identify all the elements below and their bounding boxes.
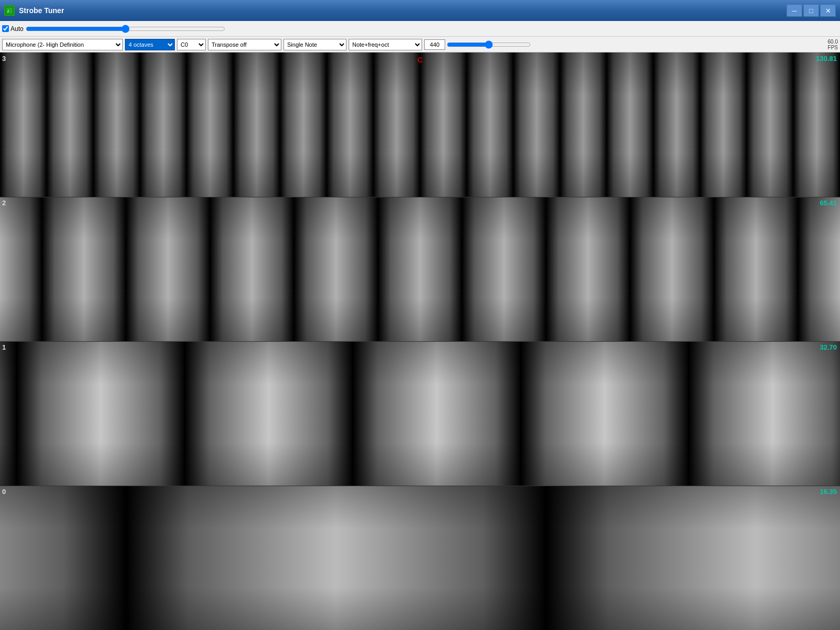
display-select[interactable]: Note+freq+oct: [349, 39, 422, 50]
auto-checkbox[interactable]: [2, 25, 9, 32]
svg-text:♪: ♪: [7, 8, 9, 14]
strobe-canvas-2: [0, 197, 840, 341]
close-button[interactable]: ✕: [820, 4, 836, 17]
freq-slider-container: 440: [424, 39, 531, 50]
band-3: 3 130.81: [0, 52, 840, 197]
transpose-select[interactable]: Transpose off: [208, 39, 281, 50]
freq-label-1: 32.70: [820, 343, 837, 351]
note-indicator: C: [417, 56, 423, 64]
sensitivity-slider[interactable]: [26, 25, 225, 33]
fps-display: 60.0 FPS: [817, 39, 838, 50]
strobe-canvas-3: [0, 52, 840, 197]
controlbar: Microphone (2- High Definition 4 octaves…: [0, 37, 840, 52]
app-icon: ♪: [4, 5, 15, 16]
divider-3: [0, 486, 840, 486]
strobe-canvas-0: [0, 486, 840, 630]
strobe-canvas-1: [0, 341, 840, 486]
mode-select[interactable]: Single Note: [284, 39, 346, 50]
octaves-select[interactable]: 4 octaves: [125, 39, 175, 50]
octave-label-2: 2: [2, 199, 6, 207]
maximize-button[interactable]: □: [803, 4, 819, 17]
octave-label-1: 1: [2, 343, 6, 351]
note-select[interactable]: C0: [177, 39, 206, 50]
titlebar: ♪ Strobe Tuner ─ □ ✕: [0, 0, 840, 21]
octave-label-0: 0: [2, 488, 6, 496]
titlebar-buttons: ─ □ ✕: [786, 4, 836, 17]
auto-label: Auto: [10, 25, 24, 33]
fps-label: FPS: [828, 45, 838, 50]
microphone-select[interactable]: Microphone (2- High Definition: [2, 39, 123, 50]
octave-label-3: 3: [2, 55, 6, 62]
band-1: 1 32.70: [0, 341, 840, 486]
divider-1: [0, 197, 840, 197]
freq-label-0: 16.35: [820, 488, 837, 496]
toolbar: Auto: [0, 21, 840, 37]
band-0: 0 16.35: [0, 486, 840, 630]
auto-checkbox-container: Auto: [2, 25, 24, 33]
fps-value: 60.0: [828, 39, 838, 45]
window-title: Strobe Tuner: [19, 6, 64, 15]
freq-input[interactable]: 440: [424, 39, 445, 50]
freq-label-3: 130.81: [816, 55, 837, 62]
divider-2: [0, 341, 840, 342]
minimize-button[interactable]: ─: [786, 4, 802, 17]
band-2: 2 65.41: [0, 197, 840, 341]
strobe-display: C 3 130.81 2 65.41 1 32.70 0 16.35: [0, 52, 840, 630]
titlebar-left: ♪ Strobe Tuner: [4, 5, 64, 16]
freq-slider[interactable]: [447, 40, 531, 49]
freq-label-2: 65.41: [820, 199, 837, 207]
